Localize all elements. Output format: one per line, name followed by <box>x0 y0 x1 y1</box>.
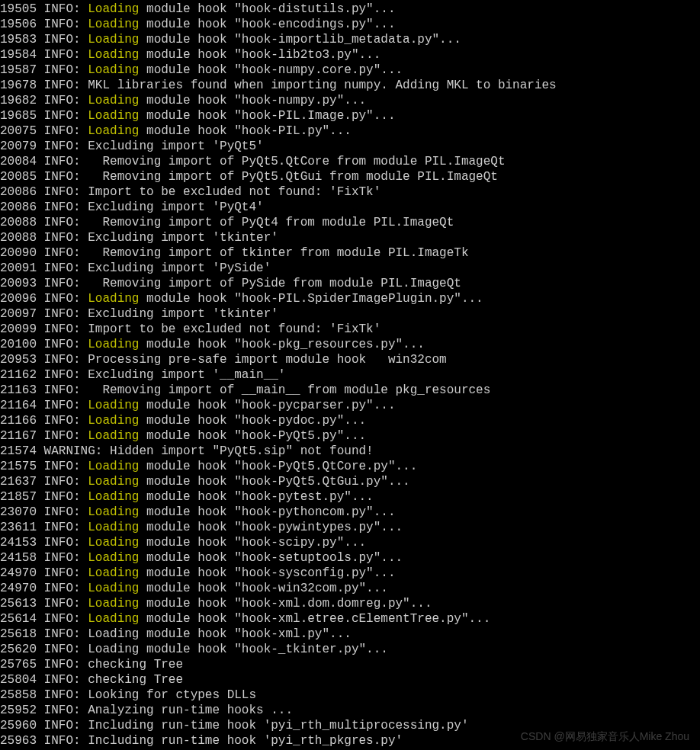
terminal-output: 19505 INFO: Loading module hook "hook-di… <box>0 0 700 748</box>
